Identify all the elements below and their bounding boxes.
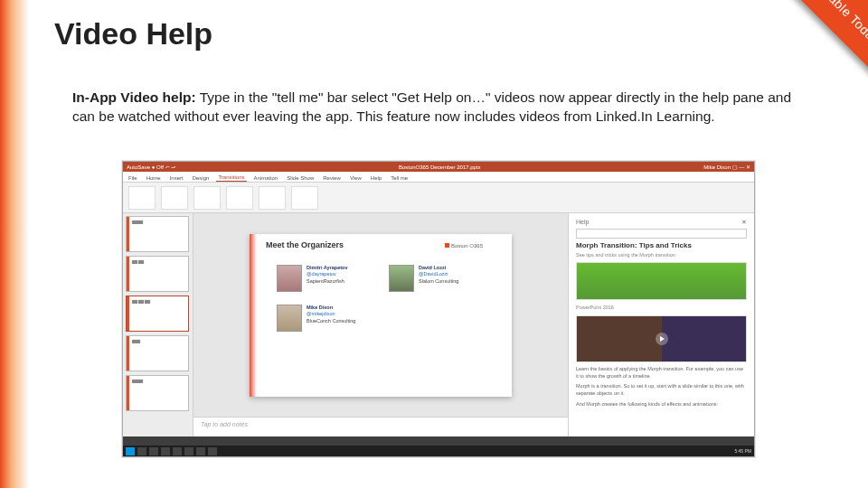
- help-search-input[interactable]: [576, 229, 747, 239]
- notes-pane[interactable]: Tap to add notes: [193, 417, 568, 436]
- titlebar-left: AutoSave ● Off ⤺ ⤻: [127, 164, 175, 170]
- play-icon: [656, 333, 668, 345]
- organizer-handle: @dayrapetov: [307, 271, 347, 278]
- organizer-info: David Lozzi @DavidLozzi Slalom Consultin…: [419, 265, 458, 292]
- brand-text: Boston O365: [451, 243, 483, 249]
- window-titlebar: AutoSave ● Off ⤺ ⤻ BostonO365 December 2…: [123, 162, 754, 172]
- help-pane-header: Help ✕: [576, 219, 747, 225]
- taskbar-item[interactable]: [173, 447, 182, 455]
- ribbon-group[interactable]: [291, 186, 318, 210]
- avatar: [389, 265, 414, 292]
- tab-transitions[interactable]: Transitions: [216, 174, 246, 182]
- brand-square-icon: [445, 243, 449, 248]
- tab-review[interactable]: Review: [321, 174, 343, 182]
- canvas-wrap: Meet the Organizers Boston O365 Dimitri …: [193, 213, 568, 417]
- taskbar-item[interactable]: [137, 447, 146, 455]
- tab-insert[interactable]: Insert: [168, 174, 185, 182]
- thumb-selected[interactable]: ▇▇ ▇▇ ▇▇: [126, 296, 189, 332]
- thumb[interactable]: ▇▇▇▇: [126, 216, 189, 252]
- slide-accent: [250, 234, 257, 397]
- avatar: [277, 305, 302, 332]
- organizer-name: David Lozzi: [419, 265, 458, 272]
- help-video-card[interactable]: [576, 262, 747, 300]
- titlebar-right: Mike Dixon ▢ — ✕: [703, 164, 750, 170]
- ribbon-group[interactable]: [226, 186, 253, 210]
- taskbar-clock[interactable]: 5:45 PM: [734, 449, 751, 454]
- page-title: Video Help: [54, 16, 212, 52]
- corner-badge-text: Available Today: [806, 0, 868, 48]
- taskbar-item[interactable]: [184, 447, 193, 455]
- thumb[interactable]: ▇▇▇▇: [126, 375, 189, 411]
- tab-home[interactable]: Home: [145, 174, 163, 182]
- slide: Video Help Available Today In-App Video …: [0, 0, 868, 488]
- tab-help[interactable]: Help: [369, 174, 383, 182]
- statusbar: [123, 436, 754, 446]
- tab-design[interactable]: Design: [191, 174, 212, 182]
- help-paragraph: Morph is a transition. So to set it up, …: [576, 383, 747, 397]
- ribbon-group[interactable]: [259, 186, 286, 210]
- video-source-label: PowerPoint 2016: [576, 304, 747, 313]
- ribbon-group[interactable]: [128, 186, 156, 210]
- tab-animation[interactable]: Animation: [252, 174, 280, 182]
- organizer-company: SapientRazorfish: [307, 278, 347, 286]
- avatar: [277, 265, 302, 292]
- taskbar-item[interactable]: [161, 447, 170, 455]
- corner-badge: Available Today: [767, 0, 868, 101]
- slide-canvas[interactable]: Meet the Organizers Boston O365 Dimitri …: [250, 234, 512, 397]
- body-lead: In-App Video help:: [72, 89, 196, 105]
- powerpoint-window: AutoSave ● Off ⤺ ⤻ BostonO365 December 2…: [123, 162, 754, 456]
- ribbon-group[interactable]: [193, 186, 221, 210]
- organizer-handle: @DavidLozzi: [419, 271, 458, 278]
- organizer-name: Dimitri Ayrapetov: [307, 265, 347, 272]
- help-result-subtitle: See tips and tricks using the Morph tran…: [576, 253, 747, 258]
- organizer-company: BlueConch Consulting: [307, 318, 355, 325]
- slide-accent-bar: [0, 0, 29, 488]
- organizer-card: David Lozzi @DavidLozzi Slalom Consultin…: [389, 265, 488, 292]
- organizers: Dimitri Ayrapetov @dayrapetov SapientRaz…: [277, 265, 499, 332]
- help-pane-title: Help: [576, 219, 589, 225]
- body-text: In-App Video help: Type in the "tell me"…: [72, 89, 814, 127]
- organizer-info: Dimitri Ayrapetov @dayrapetov SapientRaz…: [307, 265, 347, 292]
- taskbar-item[interactable]: [208, 447, 217, 455]
- help-video-card[interactable]: [576, 315, 747, 362]
- organizer-company: Slalom Consulting: [419, 278, 458, 286]
- organizer-name: Mike Dixon: [307, 305, 355, 312]
- organizer-handle: @mikejdixon: [307, 311, 355, 318]
- help-pane: Help ✕ Morph Transition: Tips and Tricks…: [568, 213, 754, 436]
- start-button[interactable]: [126, 447, 135, 455]
- video-thumbnail: [577, 263, 746, 299]
- slide-brand: Boston O365: [445, 239, 499, 252]
- corner-badge-shape: [776, 0, 868, 92]
- help-result-title: Morph Transition: Tips and Tricks: [576, 242, 747, 249]
- slide-thumbnails: ▇▇▇▇ ▇▇ ▇▇ ▇▇ ▇▇ ▇▇ ▇▇▇ ▇▇▇▇: [123, 213, 193, 436]
- slide-title: Meet the Organizers: [266, 241, 344, 249]
- tab-slideshow[interactable]: Slide Show: [285, 174, 316, 182]
- organizer-card: Dimitri Ayrapetov @dayrapetov SapientRaz…: [277, 265, 376, 292]
- windows-taskbar: 5:45 PM: [123, 446, 754, 456]
- tab-tellme[interactable]: Tell me: [389, 174, 410, 182]
- ribbon-groups: [123, 183, 754, 213]
- titlebar-center: BostonO365 December 2017.pptx: [179, 164, 700, 170]
- video-thumbnail: [577, 316, 746, 361]
- thumb[interactable]: ▇▇ ▇▇: [126, 256, 189, 292]
- taskbar-item[interactable]: [149, 447, 158, 455]
- help-paragraph: And Morph creates the following kinds of…: [576, 401, 747, 408]
- tab-view[interactable]: View: [348, 174, 363, 182]
- embedded-screenshot: AutoSave ● Off ⤺ ⤻ BostonO365 December 2…: [122, 161, 755, 457]
- organizer-card: Mike Dixon @mikejdixon BlueConch Consult…: [277, 305, 376, 332]
- taskbar-item[interactable]: [196, 447, 205, 455]
- ribbon-tabs: File Home Insert Design Transitions Anim…: [123, 172, 754, 183]
- close-icon[interactable]: ✕: [741, 219, 747, 225]
- editor-area: ▇▇▇▇ ▇▇ ▇▇ ▇▇ ▇▇ ▇▇ ▇▇▇ ▇▇▇▇ Meet the Or…: [123, 213, 754, 436]
- tab-file[interactable]: File: [127, 174, 139, 182]
- organizer-info: Mike Dixon @mikejdixon BlueConch Consult…: [307, 305, 355, 332]
- thumb[interactable]: ▇▇▇: [126, 335, 189, 371]
- canvas-area: Meet the Organizers Boston O365 Dimitri …: [193, 213, 568, 436]
- ribbon-group[interactable]: [161, 186, 188, 210]
- help-paragraph: Learn the basics of applying the Morph t…: [576, 366, 747, 380]
